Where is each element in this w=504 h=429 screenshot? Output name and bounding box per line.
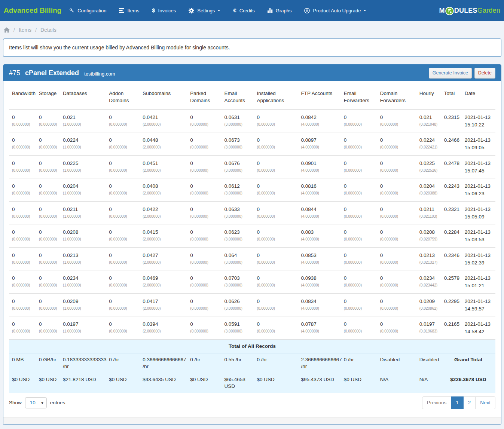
usage-subvalue: (4.000000) — [301, 282, 338, 289]
nav-credits[interactable]: €Credits — [227, 0, 261, 21]
usage-value: 0.0208 — [63, 229, 103, 236]
nav-graphs[interactable]: Graphs — [261, 0, 298, 21]
row-date: 2021-01-13 15:05:09 — [462, 201, 495, 224]
usage-value: 0 — [109, 114, 137, 121]
usage-value: 0.083 — [301, 229, 338, 236]
usage-value: 0 — [39, 137, 57, 144]
usage-subvalue: (0.000000) — [39, 213, 57, 220]
usage-value: 0 — [39, 160, 57, 167]
usage-value: 0 — [380, 275, 413, 282]
usage-value: 0.0197 — [419, 321, 438, 328]
usage-subvalue: (0.000000) — [39, 305, 57, 312]
pagination: Previous12Next — [422, 396, 495, 409]
page-previous[interactable]: Previous — [422, 396, 452, 409]
usage-value: 0 — [257, 275, 295, 282]
usage-subvalue: (0.000000) — [380, 328, 413, 335]
column-header-bandwidth: Bandwidth — [9, 87, 36, 109]
usage-value: 0.064 — [224, 252, 251, 259]
column-header-databases: Databases — [60, 87, 106, 109]
item-domain: testbilling.com — [84, 71, 115, 77]
usage-subvalue: (3.000000) — [224, 259, 251, 266]
usage-subvalue: (0.000000) — [12, 305, 33, 312]
usage-subvalue: (0.000000) — [190, 259, 218, 266]
usage-value: 0.0448 — [143, 137, 184, 144]
usage-value: 0.0211 — [419, 206, 438, 213]
usage-subvalue: (3.000000) — [224, 236, 251, 243]
home-icon[interactable] — [4, 27, 10, 33]
usage-subvalue: (2.000000) — [143, 213, 184, 220]
page-2[interactable]: 2 — [464, 396, 476, 409]
usage-value: 0.0204 — [63, 183, 103, 190]
usage-value: 0 — [380, 183, 413, 190]
usage-subvalue: (4.000000) — [301, 259, 338, 266]
usage-value: 0.0213 — [419, 252, 438, 259]
dollar-icon: $ — [152, 8, 155, 13]
usage-value: 0.0673 — [224, 137, 251, 144]
logo-m: M — [439, 7, 445, 15]
page-1[interactable]: 1 — [451, 396, 464, 409]
usage-value: 0 — [344, 160, 374, 167]
usage-value: 0 — [257, 160, 295, 167]
page-next[interactable]: Next — [476, 396, 495, 409]
usage-subvalue: (2.000000) — [143, 282, 184, 289]
usage-value: 0 — [344, 183, 374, 190]
row-total: 0.2284 — [444, 229, 459, 236]
arrow-circle-up-icon — [304, 8, 310, 13]
column-header-date: Date — [462, 87, 495, 109]
nav-settings[interactable]: Settings — [182, 0, 227, 21]
breadcrumb-items[interactable]: Items — [19, 27, 31, 33]
usage-subvalue: (0.000000) — [257, 282, 295, 289]
usage-subvalue: (0.000000) — [380, 282, 413, 289]
usage-row: 0(0.000000)0(0.000000)0.021(1.000000)0(0… — [9, 109, 495, 132]
usage-value: 0 — [190, 298, 218, 305]
usage-subvalue: (0.000000) — [380, 305, 413, 312]
nav-invoices[interactable]: $Invoices — [146, 0, 182, 21]
euro-icon: € — [233, 8, 236, 13]
generate-invoice-button[interactable]: Generate Invoice — [429, 68, 472, 79]
usage-value: 0 — [12, 206, 33, 213]
usage-value: 0.0427 — [143, 252, 184, 259]
row-total: 0.2165 — [444, 321, 459, 328]
row-date: 2021-01-13 15:09:05 — [462, 132, 495, 156]
usage-value: 0 — [12, 252, 33, 259]
nav-configuration[interactable]: Configuration — [63, 0, 113, 21]
usage-subvalue: (4.000000) — [301, 144, 338, 151]
usage-subvalue: (1.000000) — [63, 121, 103, 128]
usage-subvalue: (4.000000) — [301, 167, 338, 174]
usage-value: 0 — [344, 114, 374, 121]
row-date: 2021-01-13 14:59:57 — [462, 293, 495, 316]
grand-total-label: Grand Total — [441, 353, 495, 373]
usage-value: 0.0612 — [224, 183, 251, 190]
usage-subvalue: (0.020759) — [419, 236, 438, 243]
usage-subvalue: (0.000000) — [380, 144, 413, 151]
totals-title: Total of All Records — [9, 339, 495, 353]
breadcrumb: / Items / Details — [0, 21, 504, 38]
usage-value: 0 — [12, 229, 33, 236]
usage-value: 0 — [12, 275, 33, 282]
usage-value: 0 — [109, 252, 137, 259]
usage-subvalue: (0.000000) — [380, 236, 413, 243]
usage-subvalue: (0.023442) — [419, 282, 438, 289]
usage-subvalue: (0.000000) — [39, 328, 57, 335]
nav-items[interactable]: Items — [113, 0, 146, 21]
usage-subvalue: (0.000000) — [12, 213, 33, 220]
usage-subvalue: (4.000000) — [301, 305, 338, 312]
row-total: 0.2295 — [444, 298, 459, 305]
usage-value: 0 — [109, 321, 137, 328]
column-header-storage: Storage — [36, 87, 60, 109]
usage-subvalue: (3.000000) — [224, 305, 251, 312]
column-header-email-accounts: Email Accounts — [221, 87, 254, 109]
usage-value: 0.0211 — [63, 206, 103, 213]
delete-button[interactable]: Delete — [474, 68, 495, 79]
nav-product-auto-upgrade[interactable]: Product Auto Upgrade — [298, 0, 373, 21]
usage-subvalue: (2.000000) — [143, 259, 184, 266]
usage-value: 0 — [344, 252, 374, 259]
usage-value: 0.021 — [63, 114, 103, 121]
page-size-select[interactable]: 10 — [25, 397, 47, 408]
usage-value: 0 — [109, 275, 137, 282]
usage-value: 0.0209 — [63, 298, 103, 305]
usage-value: 0 — [12, 114, 33, 121]
usage-value: 0.0204 — [419, 183, 438, 190]
usage-value: 0 — [190, 160, 218, 167]
usage-value: 0.0234 — [63, 275, 103, 282]
